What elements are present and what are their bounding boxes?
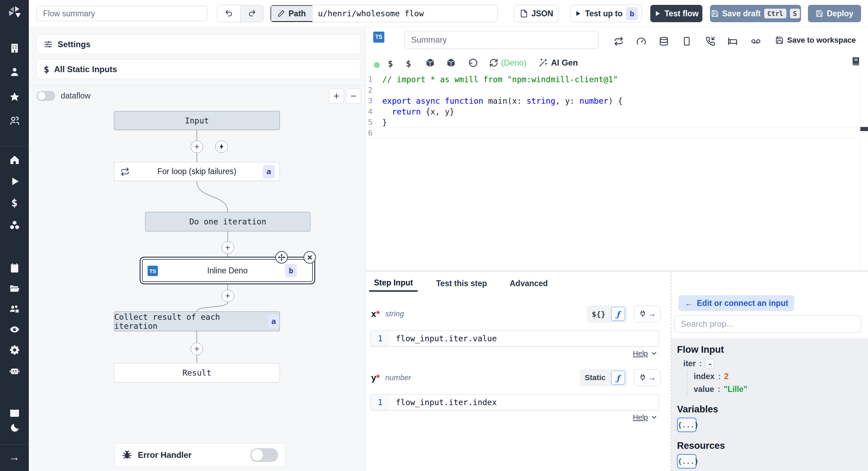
star-icon[interactable]: [8, 90, 22, 104]
deploy-button[interactable]: Deploy: [808, 5, 861, 22]
tab-advanced[interactable]: Advanced: [505, 275, 553, 292]
redo-button[interactable]: [240, 5, 263, 22]
dataflow-toggle[interactable]: [36, 91, 55, 101]
add-step-button[interactable]: [222, 241, 234, 254]
zoom-out-button[interactable]: −: [346, 88, 361, 104]
play-icon: [575, 10, 582, 17]
library-book-icon[interactable]: [851, 57, 861, 67]
users-icon[interactable]: [8, 114, 22, 128]
sleep-bed-icon[interactable]: [728, 36, 737, 46]
node-input[interactable]: Input: [114, 111, 280, 130]
delete-node-button[interactable]: ×: [303, 251, 316, 264]
step-summary-input[interactable]: [404, 31, 599, 49]
field-y-connect-button[interactable]: →: [634, 369, 660, 386]
ai-gen-button[interactable]: AI Gen: [539, 58, 578, 68]
path-value-input[interactable]: [312, 9, 497, 18]
save-to-workspace-button[interactable]: Save to workspace: [775, 36, 856, 45]
reset-undo-icon[interactable]: [468, 58, 478, 69]
cache-database-icon[interactable]: [659, 36, 669, 46]
javascript-mode-button[interactable]: ƒ: [611, 307, 625, 321]
node-for-loop[interactable]: For loop (skip failures) a: [114, 162, 280, 181]
test-flow-button[interactable]: Test flow: [650, 5, 702, 22]
field-y-name: y: [371, 372, 376, 383]
error-handler-card[interactable]: Error Handler: [115, 443, 285, 467]
test-up-to-button[interactable]: Test up to b: [570, 5, 642, 22]
groups-users-gear-icon[interactable]: [8, 302, 22, 316]
robot-icon[interactable]: [8, 364, 22, 378]
static-mode-option[interactable]: Static: [582, 373, 608, 382]
resources-boxes-icon[interactable]: [8, 218, 22, 232]
search-prop-input[interactable]: [674, 315, 861, 333]
variables-dollar-icon[interactable]: $: [8, 196, 22, 210]
folder-open-icon[interactable]: [8, 282, 22, 296]
workspace-building-icon[interactable]: [8, 41, 22, 55]
prop-row-iter[interactable]: iter : -: [683, 357, 868, 370]
prop-value-string: "Lille": [724, 385, 748, 394]
field-x-type: string: [385, 309, 404, 318]
field-x-expression-editor[interactable]: 1 flow_input.iter.value: [370, 331, 659, 346]
mock-voicemail-icon[interactable]: [751, 36, 761, 46]
variable-dollar-icon[interactable]: $: [388, 59, 393, 69]
editor-overview-ruler[interactable]: [860, 72, 868, 271]
all-static-inputs-button[interactable]: $ All Static Inputs: [36, 59, 360, 79]
code-editor[interactable]: 1// import * as wmill from "npm:windmill…: [366, 72, 860, 271]
add-step-button[interactable]: [191, 140, 203, 153]
runs-play-icon[interactable]: [8, 174, 22, 188]
node-do-one-iteration[interactable]: Do one iteration: [145, 212, 310, 231]
retry-repeat-icon[interactable]: [614, 36, 624, 46]
prop-key: index: [694, 372, 715, 381]
node-collect-result[interactable]: Collect result of each iteration a: [114, 311, 280, 331]
docs-book-open-icon[interactable]: [8, 406, 22, 420]
early-stop-gauge-icon[interactable]: [636, 36, 646, 46]
path-button[interactable]: Path: [270, 5, 312, 22]
flow-summary-input[interactable]: [36, 6, 207, 21]
trigger-bolt-button[interactable]: [215, 140, 228, 153]
step-inputs-panel: Step Input Test this step Advanced x* st…: [366, 272, 671, 471]
package-icon[interactable]: [446, 58, 456, 69]
json-button[interactable]: JSON: [514, 5, 559, 22]
panel-divider: [29, 85, 365, 86]
node-result[interactable]: Result: [114, 363, 280, 383]
prop-row-value[interactable]: value : "Lille": [694, 383, 868, 396]
phone-incoming-icon[interactable]: [706, 36, 715, 46]
user-icon[interactable]: [8, 65, 22, 79]
flow-settings-button[interactable]: Settings: [36, 34, 360, 54]
variables-expand-button[interactable]: {...}: [677, 418, 696, 432]
field-y-help[interactable]: Help: [633, 413, 657, 421]
flow-input-title: Flow Input: [677, 344, 868, 355]
schedules-calendar-icon[interactable]: [8, 261, 22, 275]
error-handler-toggle[interactable]: [250, 448, 278, 462]
add-step-button[interactable]: [222, 290, 234, 302]
field-x-help[interactable]: Help: [633, 349, 657, 358]
resources-expand-button[interactable]: {...}: [677, 454, 696, 469]
prop-row-index[interactable]: index : 2: [694, 370, 868, 383]
zoom-in-button[interactable]: +: [329, 88, 344, 104]
save-draft-button[interactable]: Save draft Ctrl S: [710, 5, 801, 22]
node-collect-label: Collect result of each iteration: [114, 312, 262, 331]
template-mode-option[interactable]: ${}: [589, 310, 608, 318]
move-node-handle[interactable]: [275, 251, 288, 264]
topbar: Path JSON Test up to b Test flow Save dr…: [29, 0, 868, 27]
edit-or-connect-button[interactable]: ← Edit or connect an input: [678, 295, 794, 311]
field-x-connect-button[interactable]: →: [634, 306, 660, 322]
collapse-button[interactable]: -: [705, 359, 715, 368]
javascript-mode-button[interactable]: ƒ: [611, 371, 625, 385]
undo-button[interactable]: [217, 5, 240, 22]
home-icon[interactable]: [8, 153, 22, 167]
settings-gear-icon[interactable]: [8, 343, 22, 357]
suspend-square-icon[interactable]: [682, 36, 692, 46]
expand-arrow-right-icon[interactable]: →: [8, 450, 22, 464]
close-icon: ×: [307, 252, 312, 263]
dark-mode-moon-icon[interactable]: [8, 421, 22, 435]
package-icon[interactable]: [425, 58, 435, 69]
windmill-logo-icon[interactable]: [8, 6, 22, 19]
audit-eye-icon[interactable]: [8, 323, 22, 336]
dollar-icon: $: [44, 64, 49, 75]
node-inline-deno-selected[interactable]: TS Inline Deno b ×: [142, 259, 313, 282]
add-step-button[interactable]: [191, 343, 203, 355]
resource-dollar-icon[interactable]: $: [406, 59, 411, 69]
tab-test-this-step[interactable]: Test this step: [431, 275, 492, 292]
tab-step-input[interactable]: Step Input: [369, 275, 418, 292]
field-y-expression-editor[interactable]: 1 flow_input.iter.index: [370, 394, 659, 410]
runtime-refresh-icon[interactable]: (Deno): [489, 58, 526, 68]
